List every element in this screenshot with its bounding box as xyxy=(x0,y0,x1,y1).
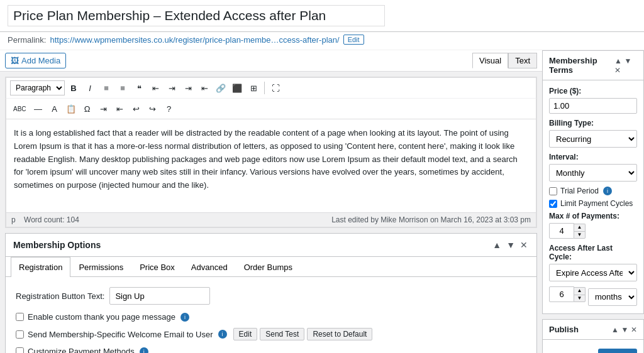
interval-select[interactable]: Monthly xyxy=(549,164,637,182)
expire-num-input[interactable] xyxy=(549,286,574,302)
indent-button[interactable]: ⇥ xyxy=(96,101,111,116)
media-toolbar: 🖼 Add Media Visual Text xyxy=(0,50,542,72)
panel-collapse-down[interactable]: ▼ xyxy=(505,239,516,251)
terms-close-button[interactable]: ✕ xyxy=(614,66,621,75)
link-button[interactable]: 🔗 xyxy=(213,80,228,95)
editor-path: p xyxy=(11,215,16,224)
membership-terms-panel: Membership Terms ▲ ▼ ✕ Price ($): Billin… xyxy=(542,50,644,314)
italic-button[interactable]: I xyxy=(82,80,97,95)
word-count-label: Word count: xyxy=(24,215,64,224)
abc-button[interactable]: ABC xyxy=(10,101,30,116)
reg-button-input[interactable] xyxy=(109,287,210,305)
send-welcome-email-row: Send Membership-Specific Welcome Email t… xyxy=(16,328,526,340)
editor-toolbar-row2: ABC — A 📋 Ω ⇥ ⇤ ↩ ↪ ? xyxy=(6,98,536,119)
tab-permissions[interactable]: Permissions xyxy=(70,257,131,277)
tab-content-registration: Registration Button Text: Enable custom … xyxy=(6,277,536,353)
visual-tab[interactable]: Visual xyxy=(472,53,508,68)
permalink-url[interactable]: https://www.wpmembersites.co.uk/register… xyxy=(50,35,339,45)
membership-terms-body: Price ($): Billing Type: Recurring Inter… xyxy=(543,80,643,313)
font-color-button[interactable]: A xyxy=(47,101,62,116)
align-justify-button[interactable]: ⇤ xyxy=(197,80,212,95)
enable-custom-thank-you-checkbox[interactable] xyxy=(16,313,24,321)
ordered-list-button[interactable]: ≡ xyxy=(115,80,130,95)
max-payments-input[interactable] xyxy=(549,223,574,239)
access-after-select[interactable]: Expire Access After xyxy=(549,264,637,281)
tab-order-bumps[interactable]: Order Bumps xyxy=(236,257,301,277)
update-button[interactable]: Update xyxy=(598,349,637,353)
trial-period-info-icon[interactable]: i xyxy=(603,187,612,195)
tab-registration[interactable]: Registration xyxy=(11,257,70,277)
visual-text-tabs: Visual Text xyxy=(472,53,537,68)
page-title-input[interactable] xyxy=(8,5,385,26)
publish-down-button[interactable]: ▼ xyxy=(621,325,628,334)
membership-options-title: Membership Options xyxy=(13,240,101,250)
price-input[interactable] xyxy=(549,98,637,114)
align-left-button[interactable]: ⇤ xyxy=(148,80,163,95)
customize-payment-checkbox[interactable] xyxy=(16,347,24,353)
permalink-edit-button[interactable]: Edit xyxy=(343,35,364,45)
unordered-list-button[interactable]: ≡ xyxy=(99,80,114,95)
editor-content[interactable]: It is a long established fact that a rea… xyxy=(6,119,536,213)
terms-down-button[interactable]: ▼ xyxy=(624,57,631,65)
tab-price-box[interactable]: Price Box xyxy=(131,257,183,277)
max-payments-down[interactable]: ▼ xyxy=(574,231,586,239)
expire-unit-select[interactable]: months xyxy=(588,288,637,306)
send-welcome-email-label: Send Membership-Specific Welcome Email t… xyxy=(28,330,213,339)
align-right-button[interactable]: ⇥ xyxy=(180,80,196,95)
limit-payment-cycles-checkbox[interactable] xyxy=(549,200,557,208)
publish-up-button[interactable]: ▲ xyxy=(611,325,619,334)
enable-custom-info-icon[interactable]: i xyxy=(180,313,189,322)
special-chars-button[interactable]: Ω xyxy=(80,101,95,116)
permalink-bar: Permalink: https://www.wpmembersites.co.… xyxy=(0,32,644,50)
help-button[interactable]: ? xyxy=(162,101,177,116)
access-after-label: Access After Last Cycle: xyxy=(549,244,637,261)
membership-options-panel: Membership Options ▲ ▼ ✕ Registration Pe… xyxy=(5,233,537,353)
edit-email-button[interactable]: Edit xyxy=(233,328,258,340)
membership-tabs: Registration Permissions Price Box Advan… xyxy=(6,257,536,277)
customize-payment-label: Customize Payment Methods xyxy=(28,347,135,353)
max-payments-up[interactable]: ▲ xyxy=(574,224,586,231)
publish-body: Move to Trash Update xyxy=(543,340,643,353)
table-button[interactable]: ⊞ xyxy=(246,80,261,95)
title-bar xyxy=(0,0,644,32)
billing-label: Billing Type: xyxy=(549,119,637,128)
panel-collapse-up[interactable]: ▲ xyxy=(491,239,502,251)
customize-payment-info-icon[interactable]: i xyxy=(140,347,148,354)
expire-num-down[interactable]: ▼ xyxy=(574,295,586,302)
expire-num-up[interactable]: ▲ xyxy=(574,287,586,295)
redo-button[interactable]: ↪ xyxy=(145,101,160,116)
undo-button[interactable]: ↩ xyxy=(129,101,144,116)
permalink-label: Permalink: xyxy=(8,35,46,45)
trial-period-checkbox[interactable] xyxy=(549,187,557,195)
bold-button[interactable]: B xyxy=(66,80,81,95)
word-count: 104 xyxy=(67,215,79,224)
send-welcome-info-icon[interactable]: i xyxy=(218,330,227,339)
editor-column: 🖼 Add Media Visual Text Paragraph B xyxy=(0,50,542,353)
send-test-button[interactable]: Send Test xyxy=(260,328,304,340)
hr-button[interactable]: — xyxy=(31,101,46,116)
align-center-button[interactable]: ⇥ xyxy=(164,80,179,95)
publish-close-button[interactable]: ✕ xyxy=(631,325,637,334)
media-icon: 🖼 xyxy=(11,56,19,65)
main-area: 🖼 Add Media Visual Text Paragraph B xyxy=(0,50,644,353)
toolbar-sep xyxy=(264,82,265,94)
max-payments-spinner: ▲ ▼ xyxy=(549,223,637,239)
paste-text-button[interactable]: 📋 xyxy=(64,101,79,116)
fullscreen-button[interactable]: ⛶ xyxy=(268,80,283,95)
text-tab[interactable]: Text xyxy=(508,53,537,68)
reg-button-label: Registration Button Text: xyxy=(16,291,104,301)
add-media-button[interactable]: 🖼 Add Media xyxy=(5,53,66,68)
blockquote-button[interactable]: ❝ xyxy=(131,80,147,95)
send-welcome-email-checkbox[interactable] xyxy=(16,330,24,339)
billing-select[interactable]: Recurring xyxy=(549,130,637,148)
terms-up-button[interactable]: ▲ xyxy=(614,57,622,65)
tab-advanced[interactable]: Advanced xyxy=(183,257,236,277)
format-select[interactable]: Paragraph xyxy=(10,80,65,95)
customize-payment-row: Customize Payment Methods i xyxy=(16,347,526,353)
outdent-button[interactable]: ⇤ xyxy=(113,101,128,116)
publish-header: Publish ▲ ▼ ✕ xyxy=(543,320,643,340)
insert-button[interactable]: ⬛ xyxy=(230,80,245,95)
panel-close[interactable]: ✕ xyxy=(519,239,529,251)
reset-button[interactable]: Reset to Default xyxy=(307,328,372,340)
enable-custom-thank-you-label: Enable custom thank you page message xyxy=(28,312,175,322)
